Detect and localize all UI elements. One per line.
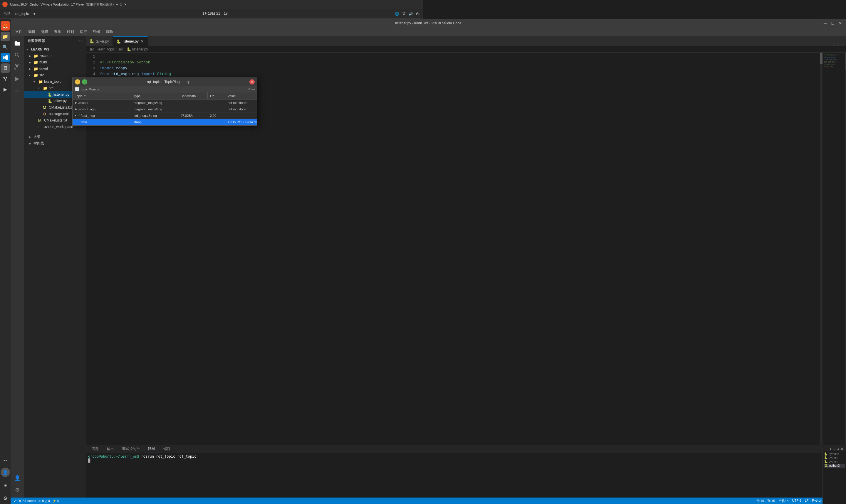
- volume-icon[interactable]: 🔊: [409, 12, 413, 16]
- rqt-col-hz: Hz: [208, 92, 225, 99]
- tree-build[interactable]: ▶ 📁build: [24, 59, 86, 66]
- vscode-window: listener.py - learn_ws - Visual Studio C…: [11, 19, 423, 252]
- tree-root[interactable]: ▾ LEARN_WS: [24, 46, 86, 53]
- taskbar-app-arrow[interactable]: ▾: [34, 12, 35, 16]
- activity-search[interactable]: [12, 50, 23, 60]
- os-ctrl-close[interactable]: ✕: [124, 3, 127, 6]
- input-method[interactable]: 英: [402, 11, 406, 16]
- rqt-cell-val-rosout-agg: not monitored: [225, 106, 257, 112]
- activity-run[interactable]: ▶: [12, 73, 23, 84]
- rqt-row-rosout[interactable]: ▶ /rosout rosgraph_msgs/Log not monitore…: [73, 100, 257, 106]
- tab-close-listener[interactable]: ✕: [140, 39, 144, 44]
- rqt-cell-type-data: string: [131, 119, 178, 125]
- rqt-title: rqt_topic__TopicPlugin - rqt: [89, 80, 248, 84]
- ubuntu-app-firefox[interactable]: 🦊: [1, 21, 10, 31]
- rqt-titlebar: ─ □ rqt_topic__TopicPlugin - rqt ✕: [73, 78, 257, 86]
- tree-vscode[interactable]: ▶ 📁.vscode: [24, 53, 86, 59]
- breadcrumb-src[interactable]: src: [89, 47, 94, 51]
- rqt-row-test-msg[interactable]: ▾ ✓ /test_msg std_msgs/String 97.82B/s 2…: [73, 112, 257, 119]
- rqt-monitor-icon: 📊: [75, 87, 79, 91]
- rqt-table: Topic ▼ Type Bandwidth Hz Value ▶ /rosou…: [73, 92, 257, 125]
- ubuntu-taskbar: 活动 rqt_topic ▾ 1月19日 21：18 🌐 英 🔊 ⏻: [0, 9, 423, 19]
- menu-edit[interactable]: 编辑: [26, 29, 38, 35]
- rqt-cell-type-test-msg: std_msgs/String: [131, 112, 178, 119]
- activity-extensions[interactable]: ⚏: [12, 85, 23, 96]
- menu-help[interactable]: 帮助: [103, 29, 115, 35]
- activity-bar: ▶ ⚏ 👤 ⚙: [11, 36, 24, 252]
- menu-run[interactable]: 运行: [77, 29, 89, 35]
- svg-line-4: [5, 78, 7, 79]
- os-title: Ubuntu20.04-Qrobo- VMware Workstation 17…: [10, 2, 114, 7]
- rqt-row-rosout-agg[interactable]: ▶ /rosout_agg rosgraph_msgs/Log not moni…: [73, 106, 257, 112]
- tree-outline[interactable]: ▶大纲: [24, 133, 86, 140]
- rqt-col-type: Type: [131, 92, 178, 99]
- os-topbar: Ubuntu20.04-Qrobo- VMware Workstation 17…: [0, 0, 423, 9]
- rqt-minimize[interactable]: ─: [75, 79, 80, 85]
- ubuntu-app-monitor[interactable]: 🖥: [1, 64, 10, 73]
- rqt-cell-hz-rosout-agg: [208, 106, 225, 112]
- rqt-cell-topic-data: data: [73, 119, 131, 125]
- breadcrumb-dots[interactable]: ...: [152, 47, 155, 51]
- ubuntu-app-search[interactable]: 🔍: [1, 42, 10, 52]
- rqt-toolbar-icon1[interactable]: ⟳: [248, 87, 250, 91]
- menu-view[interactable]: 查看: [52, 29, 64, 35]
- power-icon[interactable]: ⏻: [416, 12, 420, 16]
- rqt-monitor-header: 📊 Topic Monitor ⟳ —: [73, 86, 257, 92]
- ubuntu-app-source[interactable]: [1, 74, 10, 83]
- menu-terminal[interactable]: 终端: [90, 29, 102, 35]
- rqt-cell-hz-data: [208, 119, 225, 125]
- rqt-maximize[interactable]: □: [82, 79, 87, 85]
- activity-explorer[interactable]: [12, 38, 23, 49]
- rqt-cell-bw-rosout-agg: [178, 106, 208, 112]
- tree-devel[interactable]: ▶ 📁devel: [24, 66, 86, 72]
- vscode-menubar: 文件 编辑 选择 查看 转到 运行 终端 帮助: [11, 28, 423, 36]
- os-ctrl-min[interactable]: ─: [116, 3, 118, 6]
- ubuntu-app-files[interactable]: 📁: [1, 32, 10, 41]
- breadcrumb-filename[interactable]: listener.py: [132, 47, 148, 51]
- rqt-cell-topic-rosout-agg: ▶ /rosout_agg: [73, 106, 131, 112]
- rqt-close[interactable]: ✕: [249, 79, 255, 85]
- tab-listener[interactable]: 🐍 listener.py ✕: [113, 36, 148, 46]
- rqt-cell-topic-rosout: ▶ /rosout: [73, 100, 131, 106]
- rqt-toolbar-icon2[interactable]: —: [251, 87, 255, 91]
- rqt-window: ─ □ rqt_topic__TopicPlugin - rqt ✕ 📊 Top…: [72, 77, 257, 126]
- breadcrumb-file-icon: 🐍: [127, 47, 131, 51]
- taskbar-datetime: 1月19日 21：18: [40, 11, 390, 16]
- rqt-row-data[interactable]: data string 'Hello ROS! From talker, at …: [73, 119, 257, 125]
- editor-area: 🐍 talker.py 🐍 listener.py ✕ ⊟ ⊞ ··· src …: [86, 36, 423, 252]
- os-ctrl-max[interactable]: □: [120, 3, 122, 6]
- rqt-col-topic: Topic ▼: [73, 92, 131, 99]
- network-icon[interactable]: 🌐: [395, 12, 399, 16]
- rqt-cell-bw-rosout: [178, 100, 208, 106]
- ubuntu-app-vscode[interactable]: [1, 53, 10, 62]
- tree-timeline[interactable]: ▶时间线: [24, 140, 86, 146]
- breadcrumb-learn-topic[interactable]: learn_topic: [98, 47, 115, 51]
- vscode-main: ▶ ⚏ 👤 ⚙ 资源管理器 ··· ▾ LEARN_WS ▶: [11, 36, 423, 252]
- tab-talker[interactable]: 🐍 talker.py: [86, 36, 113, 46]
- svg-point-0: [3, 77, 5, 78]
- vscode-title: listener.py - learn_ws - Visual Studio C…: [395, 21, 423, 25]
- rqt-cell-type-rosout: rosgraph_msgs/Log: [131, 100, 178, 106]
- menu-file[interactable]: 文件: [13, 29, 25, 35]
- rqt-col-bandwidth: Bandwidth: [178, 92, 208, 99]
- os-window-controls[interactable]: ─ □ ✕: [116, 3, 126, 6]
- menu-selection[interactable]: 选择: [39, 29, 51, 35]
- rqt-cell-topic-test-msg: ▾ ✓ /test_msg: [73, 112, 131, 119]
- rqt-cell-val-test-msg: [225, 112, 257, 119]
- rqt-cell-hz-test-msg: 2.00: [208, 112, 225, 119]
- rqt-cell-bw-data: [178, 119, 208, 125]
- breadcrumb: src › learn_topic › src › 🐍 listener.py …: [86, 46, 423, 53]
- ubuntu-app-run[interactable]: ▶: [1, 85, 10, 94]
- activity-git[interactable]: [12, 62, 23, 72]
- sidebar-more[interactable]: ···: [77, 38, 82, 44]
- ubuntu-logo: [2, 2, 7, 7]
- sidebar: 资源管理器 ··· ▾ LEARN_WS ▶ 📁.vscode ▶ 📁build: [24, 36, 86, 252]
- sidebar-content: ▾ LEARN_WS ▶ 📁.vscode ▶ 📁build ▶ 📁devel …: [24, 46, 86, 252]
- svg-point-2: [5, 79, 6, 81]
- menu-goto[interactable]: 转到: [65, 29, 76, 35]
- sidebar-header: 资源管理器 ···: [24, 36, 86, 46]
- activities-button[interactable]: 活动: [3, 11, 11, 16]
- tabs-bar: 🐍 talker.py 🐍 listener.py ✕ ⊟ ⊞ ···: [86, 36, 423, 46]
- breadcrumb-src2[interactable]: src: [118, 47, 123, 51]
- taskbar-app[interactable]: rqt_topic: [15, 12, 29, 16]
